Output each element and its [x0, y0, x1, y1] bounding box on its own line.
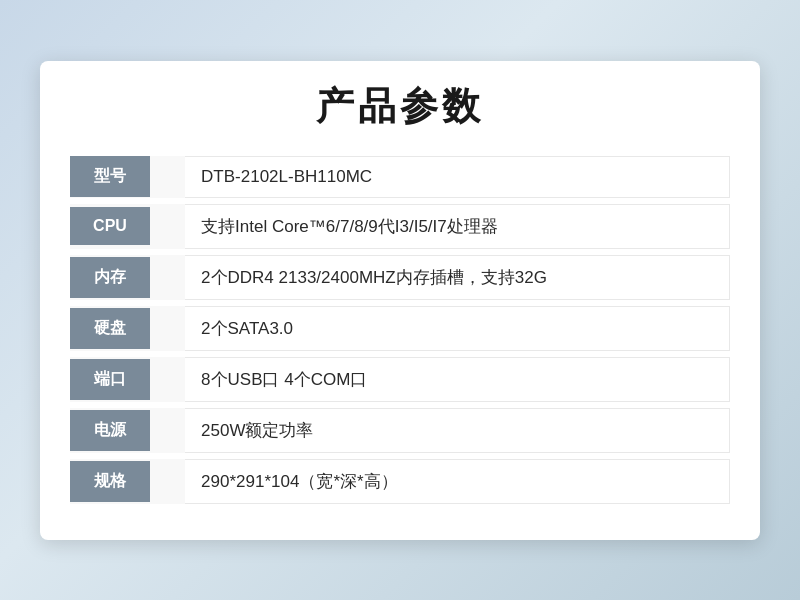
spec-value-memory: 2个DDR4 2133/2400MHZ内存插槽，支持32G — [185, 255, 730, 300]
spec-label-text-size: 规格 — [70, 461, 150, 502]
spec-label-text-storage: 硬盘 — [70, 308, 150, 349]
spec-value-ports: 8个USB口 4个COM口 — [185, 357, 730, 402]
spec-label-text-power: 电源 — [70, 410, 150, 451]
spec-label-memory: 内存 — [70, 255, 185, 300]
table-row: 型号 DTB-2102L-BH110MC — [70, 156, 730, 198]
table-row: 电源 250W额定功率 — [70, 408, 730, 453]
spec-label-text-cpu: CPU — [70, 207, 150, 245]
spec-label-cpu: CPU — [70, 204, 185, 249]
page-title: 产品参数 — [70, 81, 730, 132]
spec-label-ports: 端口 — [70, 357, 185, 402]
table-row: 内存 2个DDR4 2133/2400MHZ内存插槽，支持32G — [70, 255, 730, 300]
spec-label-power: 电源 — [70, 408, 185, 453]
product-specs-card: 产品参数 型号 DTB-2102L-BH110MCCPU 支持Intel Cor… — [40, 61, 760, 540]
spec-label-storage: 硬盘 — [70, 306, 185, 351]
spec-value-size: 290*291*104（宽*深*高） — [185, 459, 730, 504]
spec-value-power: 250W额定功率 — [185, 408, 730, 453]
table-row: 硬盘 2个SATA3.0 — [70, 306, 730, 351]
spec-label-text-model: 型号 — [70, 156, 150, 197]
table-row: CPU 支持Intel Core™6/7/8/9代I3/I5/I7处理器 — [70, 204, 730, 249]
table-row: 端口 8个USB口 4个COM口 — [70, 357, 730, 402]
spec-value-model: DTB-2102L-BH110MC — [185, 156, 730, 198]
spec-value-cpu: 支持Intel Core™6/7/8/9代I3/I5/I7处理器 — [185, 204, 730, 249]
spec-label-text-ports: 端口 — [70, 359, 150, 400]
spec-value-storage: 2个SATA3.0 — [185, 306, 730, 351]
spec-label-size: 规格 — [70, 459, 185, 504]
spec-label-text-memory: 内存 — [70, 257, 150, 298]
table-row: 规格 290*291*104（宽*深*高） — [70, 459, 730, 504]
spec-label-model: 型号 — [70, 156, 185, 198]
spec-table: 型号 DTB-2102L-BH110MCCPU 支持Intel Core™6/7… — [70, 150, 730, 510]
